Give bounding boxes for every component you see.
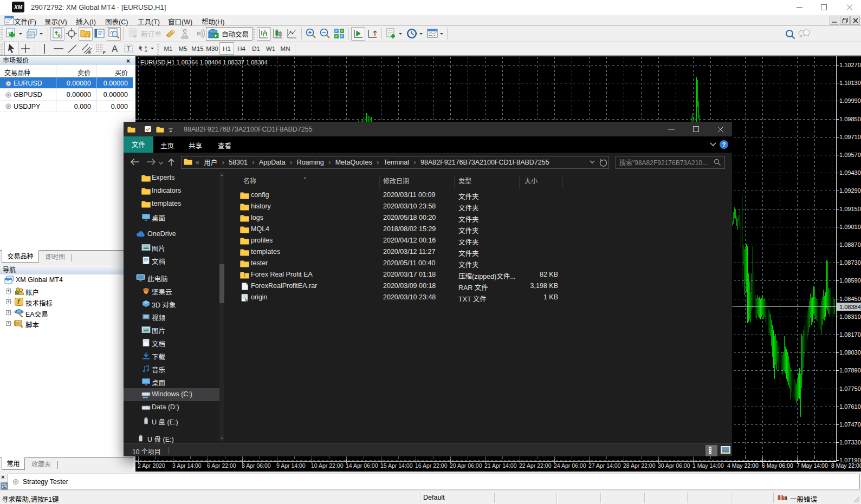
svg-text:10 Apr 22:00: 10 Apr 22:00 <box>311 462 344 469</box>
svg-text:1.08170: 1.08170 <box>839 331 861 338</box>
svg-text:?: ? <box>722 141 726 148</box>
svg-text:A: A <box>112 44 118 54</box>
svg-text:15 Apr 14:00: 15 Apr 14:00 <box>380 462 413 469</box>
svg-text:1.09990: 1.09990 <box>839 97 861 104</box>
svg-text:1.07610: 1.07610 <box>839 403 861 410</box>
svg-text:1.08450: 1.08450 <box>839 296 861 302</box>
svg-text:1.07890: 1.07890 <box>839 367 861 374</box>
svg-text:1.08870: 1.08870 <box>839 241 861 248</box>
svg-text:1 May 14:00: 1 May 14:00 <box>692 462 724 469</box>
svg-text:14 Apr 06:00: 14 Apr 06:00 <box>346 462 378 469</box>
svg-text:1.08030: 1.08030 <box>839 349 861 356</box>
svg-text:27 Apr 14:00: 27 Apr 14:00 <box>588 462 621 469</box>
svg-text:1.09850: 1.09850 <box>839 116 861 122</box>
svg-text:1.09570: 1.09570 <box>839 152 861 158</box>
svg-text:20 Apr 06:00: 20 Apr 06:00 <box>450 462 482 469</box>
svg-text:1.09710: 1.09710 <box>839 134 861 140</box>
svg-text:1.10270: 1.10270 <box>839 62 861 68</box>
svg-text:1.09290: 1.09290 <box>839 187 861 194</box>
svg-text:8 Apr 06:00: 8 Apr 06:00 <box>242 462 271 469</box>
svg-text:1.10130: 1.10130 <box>839 80 861 86</box>
svg-text:9 Apr 14:00: 9 Apr 14:00 <box>276 462 306 469</box>
svg-text:1.09430: 1.09430 <box>839 169 861 176</box>
svg-text:6 May 06:00: 6 May 06:00 <box>762 462 793 469</box>
svg-text:1.07750: 1.07750 <box>839 385 861 392</box>
svg-text:1.07470: 1.07470 <box>839 421 861 428</box>
svg-text:EURUSD,H1 1.08364 1.08404 1.0: EURUSD,H1 1.08364 1.08404 1.08337 1.0838… <box>140 59 268 66</box>
svg-text:E: E <box>88 50 92 55</box>
svg-text:24 Apr 06:00: 24 Apr 06:00 <box>554 462 586 469</box>
svg-text:4 May 22:00: 4 May 22:00 <box>727 462 759 469</box>
svg-text:1.08384: 1.08384 <box>839 304 861 310</box>
svg-text:30 Apr 06:00: 30 Apr 06:00 <box>658 462 690 469</box>
svg-text:7 May 14:00: 7 May 14:00 <box>797 462 828 469</box>
svg-text:XM: XM <box>14 4 23 10</box>
svg-text:22 Apr 22:00: 22 Apr 22:00 <box>519 462 552 469</box>
svg-text:F: F <box>103 50 106 55</box>
svg-text:1.09150: 1.09150 <box>839 206 861 212</box>
svg-text:16 Apr 22:00: 16 Apr 22:00 <box>415 462 448 469</box>
svg-text:T: T <box>127 45 131 53</box>
svg-text:1.07330: 1.07330 <box>839 439 861 446</box>
svg-text:1.08590: 1.08590 <box>839 277 861 284</box>
svg-text:21 Apr 14:00: 21 Apr 14:00 <box>484 462 517 469</box>
svg-text:2 Apr 2020: 2 Apr 2020 <box>138 462 165 469</box>
svg-text:28 Apr 22:00: 28 Apr 22:00 <box>623 462 656 469</box>
svg-text:1.08310: 1.08310 <box>839 313 861 320</box>
svg-text:1.08730: 1.08730 <box>839 259 861 266</box>
svg-text:6 Apr 22:00: 6 Apr 22:00 <box>207 462 236 469</box>
svg-text:1.09010: 1.09010 <box>839 224 861 230</box>
svg-text:3 Apr 14:00: 3 Apr 14:00 <box>172 462 202 469</box>
svg-text:1.07190: 1.07190 <box>839 457 861 463</box>
